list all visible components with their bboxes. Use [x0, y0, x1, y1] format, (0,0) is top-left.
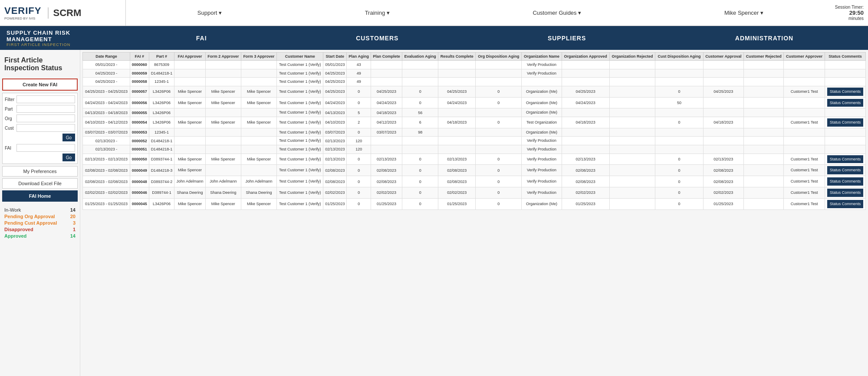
table-cell [784, 69, 825, 78]
table-row: 02/13/2023 -0000052D1484218-1Test Custom… [83, 137, 866, 145]
go-button-2[interactable]: Go [62, 154, 75, 161]
table-cell: Organization (Me) [522, 86, 562, 97]
fai-number-cell[interactable]: 0000059 [130, 69, 149, 78]
table-cell [205, 69, 241, 78]
filter-input[interactable] [16, 95, 75, 103]
org-filter-row: Org [5, 114, 75, 122]
table-cell: 56 [402, 108, 438, 117]
table-cell: Mike Spencer [205, 198, 241, 209]
cust-filter-input[interactable] [16, 124, 75, 132]
fai-number-cell[interactable]: 0000054 [130, 117, 149, 128]
status-comments-button[interactable]: Status Comments [827, 118, 864, 127]
table-row: 04/24/2023 - 04/24/20230000056L3426P06Mi… [83, 97, 866, 108]
status-comments-button[interactable]: Status Comments [827, 88, 864, 96]
table-cell [744, 78, 784, 86]
table-cell [438, 128, 476, 137]
logo-area: VERIFY POWERED BY IVIS SCRM [4, 0, 126, 26]
fai-number-cell[interactable]: 0000052 [130, 137, 149, 145]
table-cell: L3426P06 [149, 108, 174, 117]
fai-number-cell[interactable]: 0000048 [130, 176, 149, 187]
status-comments-button[interactable]: Status Comments [827, 155, 864, 163]
download-excel-button[interactable]: Download Excel File [2, 178, 78, 189]
table-cell [562, 137, 609, 145]
table-cell: 04/10/2023 [323, 117, 347, 128]
table-cell [476, 69, 522, 78]
table-cell: Mike Spencer [241, 97, 276, 108]
session-time: 29:50 [835, 10, 864, 16]
table-cell [371, 137, 402, 145]
table-cell [744, 97, 784, 108]
table-cell: 98 [402, 128, 438, 137]
table-cell: 0 [402, 154, 438, 165]
table-cell: 02/13/2023 - [83, 137, 130, 145]
table-cell: 04/24/2023 [562, 97, 609, 108]
table-cell: Test Customer 1 (Verify) [277, 97, 323, 108]
fai-number-cell[interactable]: 0000053 [130, 128, 149, 137]
table-cell [825, 78, 865, 86]
fai-number-cell[interactable]: 0000046 [130, 187, 149, 198]
customer-guides-link[interactable]: Customer Guides ▾ [533, 10, 581, 16]
disapproved-label[interactable]: Disapproved [4, 227, 33, 232]
fai-filter-input[interactable] [16, 144, 75, 152]
table-cell: 02/02/2023 [703, 187, 744, 198]
nav-administration[interactable]: ADMINISTRATION [727, 26, 802, 50]
fai-number-cell[interactable]: 0000045 [130, 198, 149, 209]
part-filter-input[interactable] [16, 105, 75, 113]
table-cell [703, 61, 744, 69]
in-work-label: In-Work [4, 207, 21, 213]
user-menu-link[interactable]: Mike Spencer ▾ [724, 10, 763, 16]
table-area: Date Range FAI # Part # FAI Approver For… [80, 50, 868, 376]
table-cell [476, 61, 522, 69]
table-cell: Mike Spencer [205, 117, 241, 128]
table-cell [609, 145, 655, 154]
table-cell [609, 108, 655, 117]
approved-label[interactable]: Approved [4, 233, 26, 239]
fai-number-cell[interactable]: 0000049 [130, 165, 149, 176]
table-cell [371, 69, 402, 78]
fai-number-cell[interactable]: 0000060 [130, 61, 149, 69]
table-cell [784, 108, 825, 117]
table-cell [562, 108, 609, 117]
table-cell [522, 78, 562, 86]
th-fai-approver: FAI Approver [174, 52, 206, 61]
table-cell [205, 137, 241, 145]
status-comments-button[interactable]: Status Comments [827, 99, 864, 107]
fai-number-cell[interactable]: 0000055 [130, 108, 149, 117]
table-cell [609, 176, 655, 187]
my-preferences-button[interactable]: My Preferences [2, 166, 78, 177]
table-cell: 0 [655, 165, 703, 176]
status-comments-button[interactable]: Status Comments [827, 177, 864, 186]
table-cell: Customer1 Test [784, 117, 825, 128]
create-new-fai-button[interactable]: Create New FAI [2, 78, 78, 91]
in-work-row: In-Work 14 [4, 207, 76, 213]
org-filter-input[interactable] [16, 114, 75, 122]
table-row: 02/08/2023 - 02/08/20230000048D3893744-2… [83, 176, 866, 187]
logo-verify: VERIFY POWERED BY IVIS [4, 5, 41, 20]
status-comments-button[interactable]: Status Comments [827, 200, 864, 208]
support-link[interactable]: Support ▾ [197, 10, 222, 16]
fai-number-cell[interactable]: 0000058 [130, 78, 149, 86]
table-cell: John Adelmann [241, 176, 276, 187]
training-link[interactable]: Training ▾ [365, 10, 390, 16]
fai-number-cell[interactable]: 0000051 [130, 145, 149, 154]
pending-cust-label[interactable]: Pending Cust Approval [4, 220, 57, 226]
table-cell: 04/24/2023 [438, 97, 476, 108]
table-cell [825, 128, 865, 137]
nav-customers[interactable]: CUSTOMERS [347, 26, 407, 50]
pending-org-label[interactable]: Pending Org Approval [4, 214, 55, 219]
filter-label: Filter [5, 97, 15, 102]
th-start-date: Start Date [323, 52, 347, 61]
table-cell: Mike Spencer [205, 86, 241, 97]
go-button-1[interactable]: Go [62, 134, 75, 141]
fai-number-cell[interactable]: 0000056 [130, 97, 149, 108]
nav-fai[interactable]: FAI [187, 26, 216, 50]
table-cell: 0 [402, 176, 438, 187]
fai-number-cell[interactable]: 0000050 [130, 154, 149, 165]
nav-suppliers[interactable]: SUPPLIERS [539, 26, 595, 50]
fai-home-button[interactable]: FAI Home [2, 190, 78, 202]
status-comments-button[interactable]: Status Comments [827, 166, 864, 174]
table-cell: 04/25/2023 [323, 69, 347, 78]
table-cell [609, 86, 655, 97]
status-comments-button[interactable]: Status Comments [827, 189, 864, 197]
fai-number-cell[interactable]: 0000057 [130, 86, 149, 97]
